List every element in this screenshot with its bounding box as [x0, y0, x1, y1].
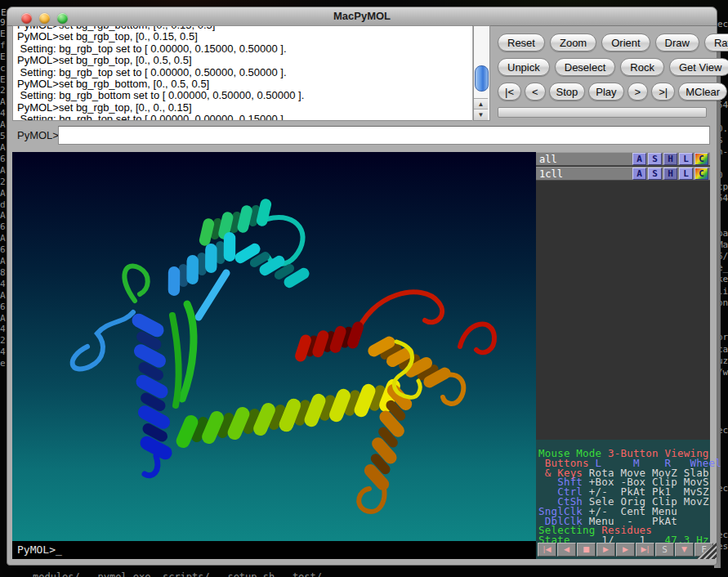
viewport-feedback-line: PyMOL>_ [12, 541, 536, 559]
helix-ribbon-turn [216, 241, 225, 264]
helix-ribbon-turn [168, 266, 181, 296]
protein-cartoon [12, 152, 536, 541]
movie-progress-bar[interactable] [498, 107, 707, 118]
-button[interactable]: < [525, 83, 546, 101]
play-button[interactable]: Play [588, 83, 623, 101]
zoom-button[interactable]: Zoom [550, 34, 596, 51]
coil-segment [73, 312, 133, 369]
helix-ribbon-turn [186, 255, 199, 284]
object-row-all[interactable]: allASHLC [536, 152, 710, 166]
scene-button[interactable]: S [655, 543, 674, 557]
show-menu-button[interactable]: S [648, 168, 662, 180]
control-button-panel: ResetZoomOrientDrawRay UnpickDeselectRoc… [498, 34, 712, 118]
helix-ribbon-turn [179, 264, 188, 287]
step-back-button[interactable]: ◀ [557, 543, 576, 557]
zoom-button[interactable] [57, 13, 68, 24]
hide-menu-button[interactable]: H [663, 168, 677, 180]
-button[interactable]: > [628, 83, 649, 101]
label-menu-button[interactable]: L [679, 153, 693, 165]
terminal-fragment-files: modules/ pymol.exe scripts/ setup.sh tes… [33, 571, 322, 577]
reset-button[interactable]: Reset [498, 34, 545, 51]
coil-segment [199, 273, 226, 317]
movie-controls: |◀◀■▶▶▶|S▼F [538, 543, 713, 557]
stop-button[interactable]: Stop [549, 83, 586, 101]
ray-button[interactable]: Ray [704, 34, 728, 51]
coil-segment [172, 315, 178, 405]
-button[interactable]: |< [498, 83, 521, 101]
coil-segment [182, 304, 194, 399]
scrollbar-thumb[interactable] [475, 65, 489, 92]
action-menu-button[interactable]: A [632, 153, 646, 165]
stop-button[interactable]: ■ [577, 543, 596, 557]
color-menu-button[interactable]: C [695, 168, 708, 180]
helix-ribbon-turn [197, 253, 206, 275]
object-list: allASHLC1cllASHLC [536, 152, 710, 181]
mclear-button[interactable]: MClear [678, 83, 727, 101]
scroll-down-arrow[interactable]: ▼ [474, 109, 488, 120]
helix-ribbon-turn [205, 244, 217, 273]
scroll-up-arrow[interactable]: ▲ [474, 98, 488, 110]
title-bar[interactable]: MacPyMOL [7, 7, 717, 26]
desktop: { "desktop": { "top_text": "EADONLY DATA… [0, 0, 728, 577]
object-name[interactable]: 1cll [536, 168, 632, 180]
console-scrollbar[interactable]: ▲ ▼ [473, 25, 490, 121]
orient-button[interactable]: Orient [601, 34, 650, 51]
console-output[interactable]: PyMOL>set bg_rgb_bottom, [0., 0.15, 0.5]… [12, 25, 472, 121]
window-title: MacPyMOL [333, 10, 391, 22]
go-to-end-button[interactable]: ▶| [636, 543, 654, 557]
go-to-start-button[interactable]: |◀ [538, 543, 556, 557]
color-menu-button[interactable]: C [695, 153, 708, 165]
coil-segment [460, 324, 494, 353]
object-row-1cll[interactable]: 1cllASHLC [536, 167, 710, 181]
macpymol-window: MacPyMOL PyMOL>set bg_rgb_bottom, [0., 0… [7, 7, 717, 566]
hide-menu-button[interactable]: H [663, 153, 677, 165]
terminal-fragment-left: 9 E f E c E 2 A 4 A 5 A 6 A 2 A d A 6 A … [0, 17, 6, 369]
unpick-button[interactable]: Unpick [498, 58, 550, 76]
helix-ribbon-turn [224, 232, 236, 262]
console-lines: PyMOL>set bg_rgb_bottom, [0., 0.15, 0.5]… [13, 25, 472, 121]
forward-button[interactable]: ▶ [616, 543, 635, 557]
get-view-button[interactable]: Get View [669, 58, 728, 76]
button-row-3: |<<StopPlay>>|MClear [498, 83, 712, 101]
deselect-button[interactable]: Deselect [555, 58, 616, 76]
rock-button[interactable]: Rock [620, 58, 664, 76]
menu-dropdown-button[interactable]: ▼ [675, 543, 694, 557]
viewport-3d[interactable] [12, 152, 536, 541]
mouse-mode-text: Mouse Mode 3-Button Viewing Buttons L M … [538, 449, 710, 545]
close-button[interactable] [21, 13, 32, 24]
show-menu-button[interactable]: S [648, 153, 662, 165]
mouse-mode-panel: Mouse Mode 3-Button Viewing Buttons L M … [536, 440, 710, 559]
coil-segment [145, 456, 158, 476]
coil-segment [124, 266, 147, 301]
coil-segment [267, 217, 303, 264]
command-input[interactable] [58, 126, 710, 145]
-button[interactable]: >| [651, 83, 675, 101]
draw-button[interactable]: Draw [655, 34, 699, 51]
object-name[interactable]: all [536, 154, 632, 165]
object-panel: allASHLC1cllASHLC Mouse Mode 3-Button Vi… [536, 152, 710, 559]
pymol-prompt-label: PyMOL> [17, 129, 59, 141]
coil-segment [355, 292, 442, 337]
minimize-button[interactable] [39, 13, 50, 24]
button-row-2: UnpickDeselectRockGet View [498, 58, 712, 76]
button-row-1: ResetZoomOrientDrawRay [498, 34, 712, 51]
play-button[interactable]: ▶ [596, 543, 615, 557]
label-menu-button[interactable]: L [679, 168, 693, 180]
action-menu-button[interactable]: A [632, 168, 646, 180]
